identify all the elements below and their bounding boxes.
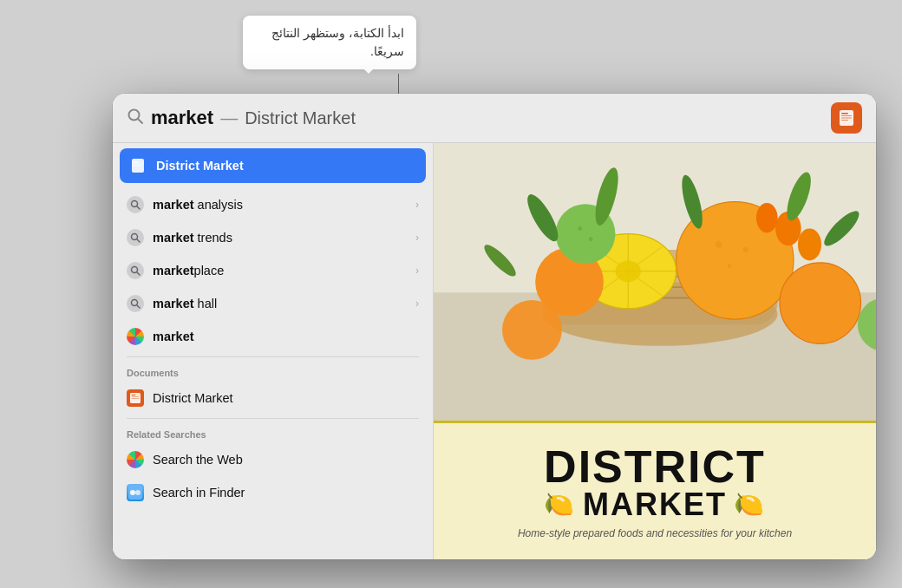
result-label-market-analysis: market analysis [153, 198, 407, 212]
doc-title-market: MARKET [583, 489, 727, 520]
result-label-search-finder: Search in Finder [153, 486, 419, 500]
svg-point-61 [502, 300, 562, 360]
pages-app-icon [831, 102, 862, 134]
result-marketplace[interactable]: marketplace › [113, 254, 433, 287]
result-market-analysis[interactable]: market analysis › [113, 188, 433, 221]
result-label-district-market-top: District Market [156, 159, 417, 173]
left-panel: District Market market analysis › [113, 143, 434, 559]
finder-icon [127, 484, 144, 501]
doc-title-line2-row: 🍋 MARKET 🍋 [544, 489, 766, 520]
svg-point-49 [756, 203, 778, 232]
result-label-marketplace: marketplace [153, 264, 407, 278]
svg-rect-4 [841, 115, 852, 116]
search-icon [127, 108, 144, 129]
result-label-market-safari: market [153, 330, 419, 343]
related-section-header: Related Searches [113, 422, 433, 443]
svg-rect-10 [134, 166, 142, 167]
search-suggestion-icon [127, 196, 144, 213]
svg-rect-21 [132, 396, 140, 397]
doc-subtitle: Home-style prepared foods and necessitie… [518, 527, 792, 539]
safari-search-icon [127, 451, 144, 468]
svg-rect-22 [132, 398, 140, 399]
result-label-market-hall: market hall [153, 297, 407, 310]
search-suggestion-icon-2 [127, 229, 144, 246]
svg-rect-3 [841, 113, 848, 114]
result-market-trends[interactable]: market trends › [113, 221, 433, 254]
svg-point-36 [716, 241, 722, 247]
svg-point-25 [135, 490, 141, 495]
documents-section-header: Documents [113, 361, 433, 382]
lemon-emoji-right: 🍋 [734, 493, 766, 517]
pages-doc-small-icon [127, 389, 144, 407]
search-query-display[interactable]: market — District Market [151, 107, 824, 129]
section-divider-2 [127, 418, 419, 419]
pages-doc-icon [128, 156, 147, 175]
result-label-market-trends: market trends [153, 231, 407, 245]
svg-rect-8 [134, 161, 139, 162]
svg-point-24 [130, 490, 135, 495]
svg-point-48 [798, 228, 821, 260]
tooltip-text: ابدأ الكتابة، وستظهر النتائج سريعًا. [271, 26, 404, 58]
svg-rect-20 [132, 395, 136, 395]
svg-line-14 [137, 239, 140, 242]
lemon-emoji-left: 🍋 [544, 493, 576, 517]
result-district-market-top[interactable]: District Market [120, 148, 426, 183]
chevron-icon: › [415, 199, 419, 211]
section-divider-1 [127, 356, 419, 357]
search-result-title: District Market [245, 108, 356, 128]
doc-preview-section: DISTRICT 🍋 MARKET 🍋 Home-style prepared … [434, 421, 876, 559]
search-suggestion-icon-3 [127, 262, 144, 279]
svg-line-12 [137, 206, 140, 209]
result-label-doc-district-market: District Market [153, 391, 419, 405]
svg-line-18 [137, 305, 140, 308]
tooltip-bubble: ابدأ الكتابة، وستظهر النتائج سريعًا. [243, 16, 416, 69]
result-market-hall[interactable]: market hall › [113, 287, 433, 320]
result-label-search-web: Search the Web [153, 453, 419, 467]
content-area: District Market market analysis › [113, 143, 876, 559]
svg-point-13 [132, 234, 138, 240]
svg-point-52 [589, 237, 593, 241]
svg-point-38 [728, 264, 732, 268]
svg-point-11 [132, 201, 138, 207]
spotlight-window: market — District Market [113, 94, 876, 559]
svg-rect-9 [134, 164, 142, 165]
svg-point-45 [615, 260, 641, 282]
search-suggestion-icon-4 [127, 295, 144, 312]
result-doc-district-market[interactable]: District Market [113, 382, 433, 415]
chevron-icon-3: › [415, 265, 419, 277]
safari-icon [127, 328, 144, 345]
result-search-web[interactable]: Search the Web [113, 443, 433, 476]
svg-point-17 [132, 300, 138, 306]
svg-point-37 [743, 247, 748, 252]
chevron-icon-2: › [415, 232, 419, 244]
svg-point-51 [578, 226, 582, 231]
fruit-image-preview [434, 143, 876, 421]
svg-line-16 [137, 272, 140, 275]
svg-rect-6 [841, 120, 848, 121]
svg-line-1 [138, 119, 142, 123]
result-market-safari[interactable]: market [113, 320, 433, 353]
search-dash: — [220, 108, 238, 128]
preview-container: DISTRICT 🍋 MARKET 🍋 Home-style prepared … [434, 143, 876, 559]
svg-rect-5 [841, 118, 852, 119]
right-panel: DISTRICT 🍋 MARKET 🍋 Home-style prepared … [434, 143, 876, 559]
doc-title-line1: DISTRICT [544, 444, 766, 489]
chevron-icon-4: › [415, 297, 419, 310]
search-query-bold: market [151, 107, 213, 129]
result-search-finder[interactable]: Search in Finder [113, 476, 433, 509]
svg-point-15 [132, 267, 138, 273]
search-bar: market — District Market [113, 94, 876, 143]
